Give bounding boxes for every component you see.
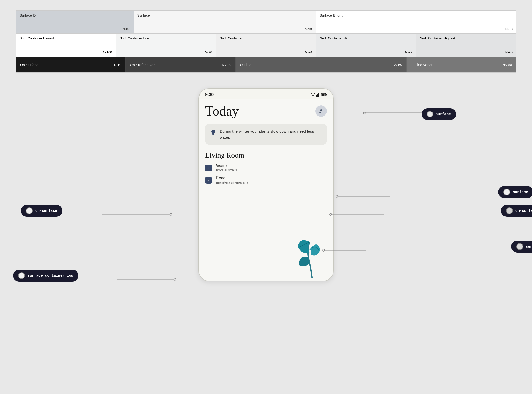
swatch-row-3: On Surface N-10 On Surface Var. NV-30 Ou… (16, 57, 516, 73)
plant-illustration (294, 234, 330, 281)
line-on-surface-variant (332, 214, 384, 215)
annotation-line-surface (364, 112, 422, 113)
color-swatches-section: Surface Dim N-87 Surface N-98 Surface Br… (16, 10, 516, 73)
task-text-water: Water hoya australis (216, 164, 237, 172)
phone-body: 9:30 (198, 88, 334, 281)
annotation-surface-container-low: surface container low (13, 270, 78, 282)
line-surface-container-high (325, 250, 366, 251)
swatch-cont-lowest: Surf. Container Lowest N-100 (16, 34, 116, 57)
section-title: Living Room (205, 151, 327, 159)
bulb-svg (210, 129, 216, 136)
annotation-surface: surface (498, 186, 532, 198)
svg-rect-11 (212, 133, 214, 134)
svg-point-10 (211, 130, 215, 134)
line-surface-container-low (117, 279, 174, 280)
phone-content: Today (199, 99, 333, 281)
circle-surface (503, 189, 510, 195)
wifi-icon (311, 93, 315, 97)
svg-rect-6 (326, 94, 327, 96)
dot-surface-container-high (322, 249, 325, 252)
person-icon (318, 108, 324, 114)
status-icons (311, 93, 327, 97)
dot-on-surface-variant (329, 213, 332, 216)
swatch-row-1: Surface Dim N-87 Surface N-98 Surface Br… (16, 10, 516, 34)
swatch-cont: Surf. Container N-94 (216, 34, 316, 57)
phone-mockup: 9:30 (198, 88, 334, 281)
dot-on-surface (170, 213, 172, 216)
svg-marker-0 (312, 95, 314, 96)
annotation-label-surface: surface (422, 108, 456, 120)
swatch-row-2: Surf. Container Lowest N-100 Surf. Conta… (16, 34, 516, 57)
circle-on-surface (26, 207, 33, 214)
status-bar: 9:30 (199, 89, 333, 99)
phone-header: Today (205, 103, 327, 119)
task-item-feed: ✓ Feed monstera siltepecana (205, 176, 327, 184)
task-checkbox-feed[interactable]: ✓ (205, 177, 212, 184)
dot-surface (336, 195, 338, 198)
swatch-on-surface-var: On Surface Var. NV-30 (126, 57, 236, 72)
avatar-button[interactable] (315, 105, 327, 117)
line-on-surface (102, 214, 170, 215)
swatch-outline-var: Outline Variant NV-80 (407, 57, 516, 72)
circle-surface-container-low (18, 272, 25, 279)
plant-svg (294, 234, 330, 281)
battery-icon (321, 93, 327, 96)
task-list: ✓ Water hoya australis ✓ Feed monstera s… (205, 164, 327, 184)
info-text: During the winter your plants slow down … (220, 128, 322, 140)
svg-rect-2 (317, 94, 318, 97)
lightbulb-icon (210, 129, 216, 137)
signal-icon (316, 93, 320, 97)
annotation-surface-container-high: surface container high (511, 241, 532, 253)
circle-on-surface-variant (506, 207, 513, 214)
swatch-cont-low: Surf. Container Low N-96 (116, 34, 216, 57)
swatch-cont-high: Surf. Container High N-92 (316, 34, 416, 57)
swatch-surface: Surface N-98 (134, 11, 316, 33)
annotation-on-surface-variant: on-surface variant (501, 205, 532, 217)
line-surface (338, 196, 390, 197)
svg-rect-7 (322, 94, 325, 96)
annotation-on-surface: on-surface (21, 205, 62, 217)
phone-area: 9:30 (0, 83, 532, 394)
annotation-dot-surface (363, 112, 366, 114)
swatch-surface-bright: Surface Bright N-98 (316, 11, 516, 33)
dot-surface-container-low (174, 278, 176, 281)
swatch-surface-dim: Surface Dim N-87 (16, 11, 134, 33)
circle-surface-container-high (516, 243, 523, 250)
info-card: During the winter your plants slow down … (205, 124, 327, 145)
swatch-outline: Outline NV-50 (236, 57, 406, 72)
task-checkbox-water[interactable]: ✓ (205, 165, 212, 171)
svg-rect-3 (318, 93, 319, 97)
svg-rect-4 (320, 93, 320, 97)
swatch-on-surface: On Surface N-10 (16, 57, 126, 72)
svg-rect-1 (316, 95, 317, 97)
task-text-feed: Feed monstera siltepecana (216, 176, 248, 184)
swatch-cont-highest: Surf. Container Highest N-90 (416, 34, 516, 57)
svg-rect-12 (212, 134, 214, 135)
annotation-circle-surface (427, 111, 433, 117)
task-item-water: ✓ Water hoya australis (205, 164, 327, 172)
svg-rect-13 (213, 135, 214, 135)
